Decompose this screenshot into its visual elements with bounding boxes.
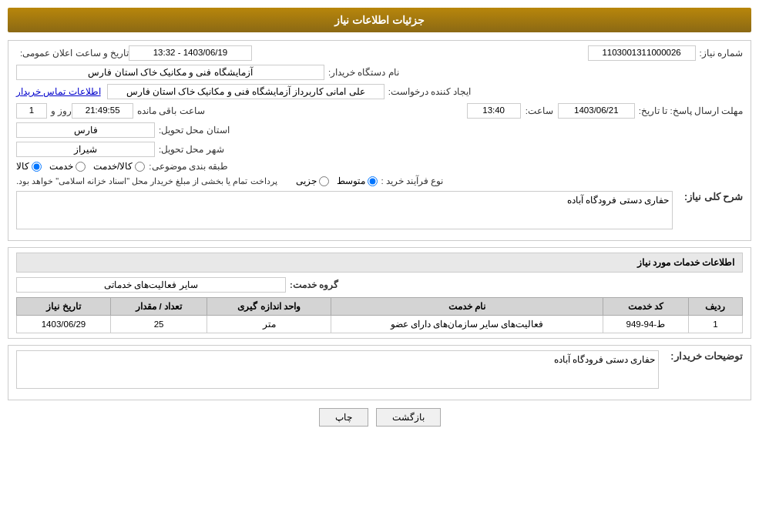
page-header: جزئیات اطلاعات نیاز [8,8,751,32]
creator-value: علی امانی کاربرداز آزمایشگاه فنی و مکانی… [107,84,385,99]
category-kala-khedmat[interactable]: کالا/خدمت [93,161,145,172]
col-service-code: کد خدمت [603,298,689,316]
action-buttons: بازگشت چاپ [8,408,751,427]
purchase-type-jozi[interactable]: جزیی [296,176,329,186]
response-day-label: روز و [51,105,72,116]
creator-label: ایجاد کننده درخواست: [388,86,472,97]
delivery-province-label: استان محل تحویل: [159,125,230,136]
general-description-label: شرح کلی نیاز: [684,191,743,202]
cell-service-code: ط-94-949 [603,316,689,333]
col-row-num: ردیف [688,298,742,316]
cell-service-name: فعالیت‌های سایر سازمان‌های دارای عضو [331,316,603,333]
order-number-label: شماره نیاز: [700,48,743,59]
response-time-label: ساعت: [526,105,553,116]
purchase-type-label: نوع فرآیند خرید : [381,176,444,186]
announcement-date-value: 1403/06/19 - 13:32 [129,45,252,61]
response-deadline-label: مهلت ارسال پاسخ: تا تاریخ: [639,105,743,116]
buyer-org-value: آزمایشگاه فنی و مکانیک خاک استان فارس [16,65,324,80]
back-button[interactable]: بازگشت [376,408,441,427]
response-time: 13:40 [467,103,521,119]
services-section-title: اطلاعات خدمات مورد نیاز [16,253,743,273]
services-table: ردیف کد خدمت نام خدمت واحد اندازه گیری ت… [16,297,743,333]
contact-link[interactable]: اطلاعات تماس خریدار [16,86,101,97]
delivery-city: شیراز [16,142,155,157]
cell-unit: متر [207,316,331,333]
order-number-value: 1103001311000026 [588,45,696,61]
purchase-type-motavasset[interactable]: متوسط [337,176,378,186]
category-khedmat[interactable]: خدمت [49,161,86,172]
cell-quantity: 25 [110,316,207,333]
col-service-name: نام خدمت [331,298,603,316]
category-kala[interactable]: کالا [16,161,42,172]
col-quantity: تعداد / مقدار [110,298,207,316]
response-date: 1403/06/21 [558,103,635,119]
header-title: جزئیات اطلاعات نیاز [334,14,425,26]
general-description-textarea[interactable]: حفاری دستی فرودگاه آباده [16,191,673,229]
print-button[interactable]: چاپ [319,408,368,427]
delivery-province: فارس [16,122,155,138]
buyer-org-label: نام دستگاه خریدار: [328,67,399,78]
response-days: 1 [16,103,47,119]
remaining-time: 21:49:55 [72,103,133,119]
table-row: 1 ط-94-949 فعالیت‌های سایر سازمان‌های دا… [17,316,743,333]
cell-row-num: 1 [688,316,742,333]
purchase-notice: پرداخت تمام یا بخشی از مبلغ خریدار محل "… [16,176,277,186]
category-label: طبقه بندی موضوعی: [149,161,228,172]
cell-date: 1403/06/29 [17,316,111,333]
buyer-description-textarea[interactable]: حفاری دستی فرودگاه آباده [16,350,659,389]
delivery-city-label: شهر محل تحویل: [159,144,224,155]
service-group-label: گروه خدمت: [290,279,338,290]
service-group-value: سایر فعالیت‌های خدماتی [16,277,286,293]
col-date: تاریخ نیاز [17,298,111,316]
announcement-date-label: تاریخ و ساعت اعلان عمومی: [20,48,129,59]
col-unit: واحد اندازه گیری [207,298,331,316]
buyer-description-label: توضیحات خریدار: [670,350,743,362]
remaining-label: ساعت باقی مانده [137,105,204,116]
